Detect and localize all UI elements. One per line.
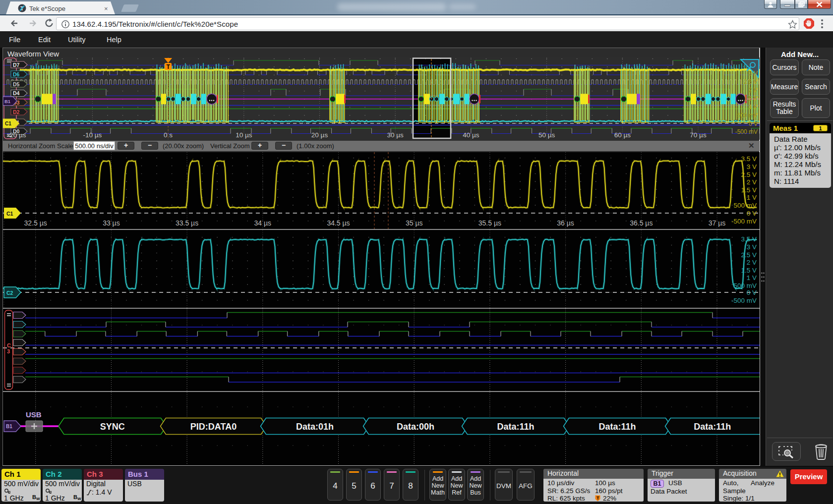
svg-text:1 V: 1 V <box>747 194 757 201</box>
v-zoom-minus-button[interactable]: − <box>275 142 292 150</box>
bus1-badge[interactable]: Bus 1 USB <box>125 469 164 502</box>
minimize-button[interactable] <box>780 0 795 9</box>
zoom-close-icon[interactable]: ✕ <box>748 141 755 150</box>
h-sample-rate: SR: 6.25 GS/s <box>547 487 590 495</box>
forward-icon[interactable] <box>28 18 39 28</box>
add-new-math-button[interactable]: AddNewMath <box>429 469 446 501</box>
add-ch7-button[interactable]: 7 <box>384 469 400 501</box>
add-ch4-button[interactable]: 4 <box>327 469 343 501</box>
h-span: 100 µs <box>595 479 615 487</box>
svg-text:B1: B1 <box>4 99 11 104</box>
add-ch5-button[interactable]: 5 <box>346 469 362 501</box>
h-zoom-minus-button[interactable]: − <box>141 142 158 150</box>
svg-text:C: C <box>7 342 11 348</box>
meas1-results-panel[interactable]: Meas 1 1 Data Rate µ': 12.00 Mb/s σ': 42… <box>770 123 831 188</box>
maximize-button[interactable] <box>795 0 808 9</box>
menu-file[interactable]: File <box>9 36 20 44</box>
page-info-icon[interactable] <box>61 20 70 29</box>
acquisition-panel[interactable]: Acquisition Auto, Analyze Sample Single:… <box>719 469 786 502</box>
trigger-panel[interactable]: Trigger B1 USB Data Packet <box>648 469 715 502</box>
svg-text:2.5 V: 2.5 V <box>741 171 757 178</box>
svg-text:35 µs: 35 µs <box>406 219 423 227</box>
bookmark-star-icon[interactable] <box>788 20 797 29</box>
svg-text:34.5 µs: 34.5 µs <box>327 219 350 227</box>
meas1-max: M: 12.24 Mb/s <box>774 160 831 168</box>
bottom-settings-bar: Ch 1 500 mV/div 1 GHz BW Ch 2 500 mV/div… <box>0 467 833 504</box>
svg-text:D4: D4 <box>13 90 20 96</box>
add-measure-button[interactable]: Measure <box>770 79 799 95</box>
svg-text:C2: C2 <box>6 290 13 296</box>
svg-text:500 mV: 500 mV <box>733 202 757 209</box>
browser-menu-icon[interactable] <box>821 19 824 29</box>
new-tab-button[interactable] <box>121 4 139 12</box>
url-bar[interactable]: 134.62.4.195/Tektronix/#/client/c/Tek%20… <box>56 17 799 30</box>
add-ch6-button[interactable]: 6 <box>365 469 381 501</box>
bandwidth-icon: BW <box>32 494 40 502</box>
h-trigger-position: 22% <box>603 495 616 502</box>
preview-button[interactable]: Preview <box>790 469 827 484</box>
overview-waveform-plot[interactable]: TD7D6D5D4D3D2D1D0B1C1-20 µs-10 µs0 s10 µ… <box>3 57 760 140</box>
add-plot-button[interactable]: Plot <box>802 98 830 118</box>
bottom-bar-divider-1 <box>424 470 425 501</box>
meas1-header[interactable]: Meas 1 1 <box>770 123 831 133</box>
horizontal-panel[interactable]: Horizontal 10 µs/div 100 µs SR: 6.25 GS/… <box>543 469 644 502</box>
h-zoom-scale-value[interactable]: 500.00 ns/div <box>73 141 115 150</box>
back-icon[interactable] <box>10 18 21 28</box>
v-zoom-plus-button[interactable]: + <box>251 142 268 150</box>
waveform-view-title: Waveform View <box>7 50 59 58</box>
meas1-name: Data Rate <box>774 135 831 143</box>
add-new-ref-button[interactable]: AddNewRef <box>448 469 465 501</box>
acq-analyze: Analyze <box>751 479 774 487</box>
profile-icon[interactable] <box>764 0 777 9</box>
tab-favicon: T <box>18 4 26 12</box>
app-menu-bar: File Edit Utility Help <box>0 31 833 48</box>
ch1-badge-body: 500 mV/div 1 GHz BW <box>1 480 41 502</box>
add-cursors-button[interactable]: Cursors <box>770 59 799 75</box>
meas1-title: Meas 1 <box>773 124 798 132</box>
menu-utility[interactable]: Utility <box>68 36 85 44</box>
ch3-badge-header: Ch 3 <box>84 469 123 480</box>
ch1-zoom-waveform-plot[interactable]: 32.5 µs33 µs33.5 µs34 µs34.5 µs35 µs35.5… <box>3 152 760 229</box>
ch2-zoom-waveform-plot[interactable]: 3.5 V3 V2.5 V2 V1.5 V1 V500 mV0 V-500 mV… <box>3 230 760 308</box>
tab-close-icon[interactable]: × <box>104 5 108 12</box>
svg-text:36 µs: 36 µs <box>557 219 574 227</box>
zoom-toolbar: Horizontal Zoom Scale 500.00 ns/div + − … <box>3 141 760 151</box>
add-search-button[interactable]: Search <box>802 79 830 95</box>
afg-button[interactable]: AFG <box>517 469 535 501</box>
svg-text:35.5 µs: 35.5 µs <box>478 219 501 227</box>
panel-drag-handle[interactable] <box>761 272 765 282</box>
delete-trash-icon[interactable] <box>813 443 830 460</box>
threshold-icon <box>86 490 92 496</box>
svg-text:C1: C1 <box>5 121 11 126</box>
svg-text:Data:11h: Data:11h <box>694 422 731 432</box>
sidebar-divider <box>767 120 833 121</box>
digital-ch3-waveform-plot[interactable]: C3 <box>3 309 760 391</box>
add-ch8-button[interactable]: 8 <box>403 469 418 501</box>
svg-text:D2: D2 <box>13 109 20 115</box>
bus-decode-plot[interactable]: SYNCPID:DATA0Data:01hData:00hData:11hDat… <box>3 392 760 465</box>
bus1-badge-body: USB <box>125 480 164 502</box>
ch3-badge[interactable]: Ch 3 Digital : 1.4 V <box>84 469 123 502</box>
meas1-count-badge: 1 <box>813 125 828 131</box>
svg-text:T: T <box>166 63 170 70</box>
zoom-selection-button[interactable] <box>772 442 801 461</box>
h-zoom-scale-label: Horizontal Zoom Scale <box>8 142 73 150</box>
reload-icon[interactable] <box>44 18 54 29</box>
ch1-badge[interactable]: Ch 1 500 mV/div 1 GHz BW <box>1 469 41 502</box>
meas1-min: m: 11.81 Mb/s <box>774 168 831 177</box>
add-new-bus-button[interactable]: AddNewBus <box>467 469 484 501</box>
ch2-badge[interactable]: Ch 2 500 mV/div 1 GHz BW <box>43 469 82 502</box>
ch3-badge-body: Digital : 1.4 V <box>84 480 123 502</box>
add-note-button[interactable]: Note <box>802 59 830 75</box>
svg-text:2.5 V: 2.5 V <box>744 78 758 85</box>
close-window-button[interactable] <box>808 0 831 9</box>
menu-help[interactable]: Help <box>107 36 121 44</box>
stop-hand-extension-icon[interactable] <box>803 18 815 29</box>
dvm-button[interactable]: DVM <box>495 469 513 501</box>
svg-text:SYNC: SYNC <box>100 422 125 432</box>
add-results-table-button[interactable]: Results Table <box>770 98 799 118</box>
h-zoom-plus-button[interactable]: + <box>118 142 134 150</box>
menu-edit[interactable]: Edit <box>38 36 51 44</box>
browser-tab[interactable]: T Tek e*Scope × <box>6 1 115 14</box>
trigger-panel-header: Trigger <box>648 469 715 479</box>
